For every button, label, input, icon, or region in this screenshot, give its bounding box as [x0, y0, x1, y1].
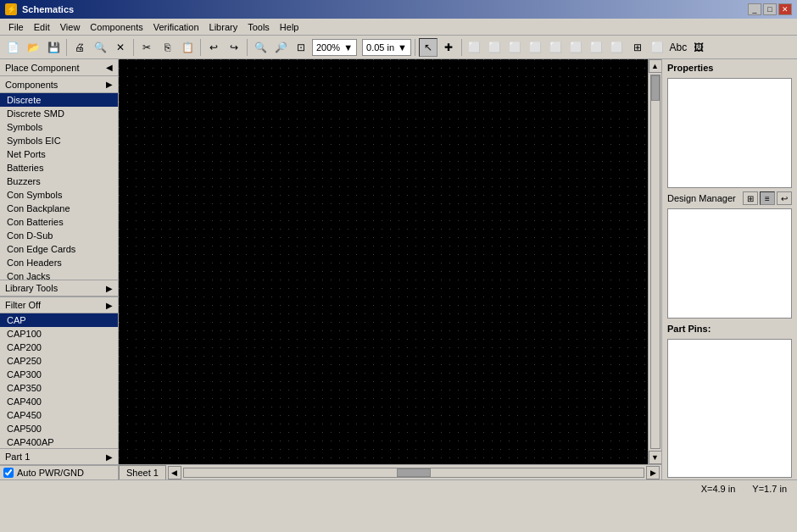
minimize-button[interactable]: _	[748, 3, 761, 15]
menu-file[interactable]: File	[3, 20, 29, 34]
list-item[interactable]: Symbols	[0, 120, 118, 134]
h-scroll-track[interactable]	[183, 468, 644, 478]
filter-header[interactable]: Filter Off ▶	[0, 296, 118, 313]
components-header[interactable]: Components ▶	[0, 76, 118, 93]
h-scroll-thumb[interactable]	[397, 468, 431, 477]
menu-view[interactable]: View	[55, 20, 86, 34]
properties-title: Properties	[662, 59, 797, 76]
scroll-down-button[interactable]: ▼	[649, 451, 662, 464]
close-button[interactable]: ✕	[778, 3, 792, 15]
zoom-fit-button[interactable]: ⊡	[292, 38, 310, 57]
schematic-canvas[interactable]	[119, 59, 648, 464]
list-item[interactable]: Con Batteries	[0, 215, 118, 229]
new-button[interactable]: 📄	[3, 38, 22, 57]
grid-dropdown[interactable]: 0.05 in ▼	[362, 39, 411, 56]
list-item[interactable]: Con Jacks	[0, 269, 118, 280]
print-preview-button[interactable]: 🔍	[91, 38, 109, 57]
cap-list-item[interactable]: CAP350	[0, 381, 118, 395]
left-panel: Place Component ◀ Components ▶ Discrete …	[0, 59, 119, 479]
components-arrow: ▶	[106, 80, 113, 89]
close-doc-button[interactable]: ✕	[111, 38, 130, 57]
undo-button[interactable]: ↩	[204, 38, 223, 57]
cap-list-item[interactable]: CAP400AP	[0, 435, 118, 448]
list-item[interactable]: Symbols EIC	[0, 134, 118, 147]
cap-list-item[interactable]: CAP250	[0, 354, 118, 368]
open-button[interactable]: 📂	[24, 38, 42, 57]
zoom-value: 200%	[316, 42, 340, 53]
cap-list-item[interactable]: CAP450	[0, 408, 118, 422]
menu-help[interactable]: Help	[275, 20, 304, 34]
align-left-button[interactable]: ⬜	[465, 38, 484, 57]
dm-icon-3[interactable]: ↩	[777, 191, 792, 205]
print-button[interactable]: 🖨	[70, 38, 89, 57]
place-component-header[interactable]: Place Component ◀	[0, 59, 118, 76]
components-list[interactable]: Discrete Discrete SMD Symbols Symbols EI…	[0, 93, 118, 280]
list-item[interactable]: Buzzers	[0, 175, 118, 188]
zoom-out-button[interactable]: 🔎	[271, 38, 290, 57]
menu-verification[interactable]: Verification	[148, 20, 204, 34]
save-button[interactable]: 💾	[44, 38, 63, 57]
dot-grid-canvas	[119, 59, 648, 464]
list-item[interactable]: Con D-Sub	[0, 229, 118, 242]
list-item[interactable]: Discrete	[0, 93, 118, 107]
dm-icon-2[interactable]: ≡	[760, 191, 775, 205]
vertical-scrollbar[interactable]: ▲ ▼	[648, 59, 661, 464]
menu-tools[interactable]: Tools	[242, 20, 275, 34]
auto-pwr-label: Auto PWR/GND	[17, 468, 84, 478]
list-item[interactable]: Discrete SMD	[0, 107, 118, 120]
cap-list[interactable]: CAP CAP100 CAP200 CAP250 CAP300 CAP350 C…	[0, 313, 118, 448]
scroll-left-button[interactable]: ◀	[168, 466, 181, 479]
list-item[interactable]: Con Edge Cards	[0, 242, 118, 256]
auto-pwr-checkbox[interactable]	[3, 468, 14, 478]
part-header[interactable]: Part 1 ▶	[0, 448, 118, 465]
scroll-up-button[interactable]: ▲	[649, 59, 662, 73]
list-item[interactable]: Con Symbols	[0, 188, 118, 202]
distribute-h-button[interactable]: ⬜	[567, 38, 586, 57]
sheet-tab[interactable]: Sheet 1	[119, 465, 166, 479]
cap-list-item[interactable]: CAP300	[0, 368, 118, 381]
v-scroll-track[interactable]	[650, 75, 660, 449]
menu-components[interactable]: Components	[85, 20, 148, 34]
paste-button[interactable]: 📋	[178, 38, 197, 57]
library-tools-header[interactable]: Library Tools ▶	[0, 280, 118, 296]
distribute-v-button[interactable]: ⬜	[588, 38, 606, 57]
dm-icon-1[interactable]: ⊞	[743, 191, 758, 205]
align-right-button[interactable]: ⬜	[506, 38, 525, 57]
cap-list-item[interactable]: CAP	[0, 313, 118, 327]
array-button[interactable]: ⬜	[608, 38, 627, 57]
zoom-in-button[interactable]: 🔍	[251, 38, 270, 57]
cap-list-item[interactable]: CAP100	[0, 327, 118, 341]
maximize-button[interactable]: □	[763, 3, 777, 15]
list-item[interactable]: Net Ports	[0, 147, 118, 161]
select-button[interactable]: ↖	[419, 38, 438, 57]
cap-list-item[interactable]: CAP200	[0, 341, 118, 354]
menu-edit[interactable]: Edit	[29, 20, 55, 34]
window-controls[interactable]: _ □ ✕	[748, 3, 792, 15]
v-scroll-thumb[interactable]	[651, 75, 660, 101]
scroll-right-button[interactable]: ▶	[646, 466, 660, 479]
zoom-dropdown[interactable]: 200% ▼	[312, 39, 357, 56]
place-component-arrow: ◀	[106, 63, 113, 72]
menu-library[interactable]: Library	[204, 20, 243, 34]
grid-toggle-button[interactable]: ⊞	[628, 38, 647, 57]
statusbar-right: X=4.9 in Y=1.7 in	[701, 484, 794, 494]
info-button[interactable]: ⬜	[649, 38, 667, 57]
list-item[interactable]: Con Headers	[0, 256, 118, 269]
right-panel: Properties Design Manager ⊞ ≡ ↩ Part Pin…	[661, 59, 797, 479]
copy-button[interactable]: ⎘	[158, 38, 176, 57]
text-button[interactable]: Abc	[669, 38, 688, 57]
align-bottom-button[interactable]: ⬜	[547, 38, 566, 57]
h-scrollbar[interactable]: ◀ ▶	[166, 466, 661, 479]
image-button[interactable]: 🖼	[689, 38, 708, 57]
cap-list-item[interactable]: CAP500	[0, 422, 118, 435]
list-item[interactable]: Batteries	[0, 161, 118, 175]
cut-button[interactable]: ✂	[137, 38, 156, 57]
cap-list-item[interactable]: CAP400	[0, 395, 118, 408]
grid-dropdown-arrow[interactable]: ▼	[398, 42, 407, 53]
zoom-dropdown-arrow[interactable]: ▼	[343, 42, 353, 53]
cross-button[interactable]: ✚	[439, 38, 458, 57]
redo-button[interactable]: ↪	[225, 38, 243, 57]
align-center-button[interactable]: ⬜	[486, 38, 504, 57]
list-item[interactable]: Con Backplane	[0, 202, 118, 215]
align-top-button[interactable]: ⬜	[527, 38, 545, 57]
